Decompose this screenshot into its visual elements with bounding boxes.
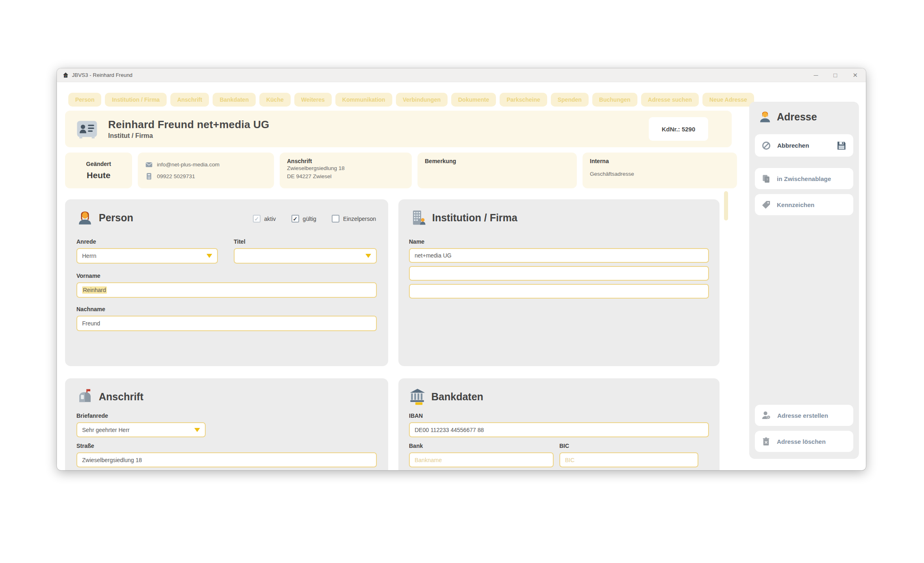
tab-verbindungen[interactable]: Verbindungen [396, 93, 448, 107]
main-scrollbar-thumb[interactable] [724, 191, 728, 220]
phone-value: 09922 5029731 [157, 172, 195, 181]
remark-label: Bemerkung [425, 158, 570, 164]
tab-bankdaten[interactable]: Bankdaten [213, 93, 256, 107]
record-header: Reinhard Freund net+media UG Institut / … [65, 111, 732, 147]
bic-input[interactable]: BIC [559, 452, 698, 467]
iban-label: IBAN [409, 412, 423, 419]
adresse-erstellen-label: Adresse erstellen [777, 412, 828, 419]
vorname-input[interactable]: Reinhard [76, 282, 377, 298]
address-label: Anschrift [287, 158, 404, 164]
changed-label: Geändert [86, 161, 111, 167]
maximize-button[interactable]: □ [833, 72, 837, 78]
titel-dropdown[interactable] [234, 248, 377, 264]
vorname-value: Reinhard [82, 286, 107, 294]
tab-anschrift[interactable]: Anschrift [170, 93, 209, 107]
tab-kueche[interactable]: Küche [259, 93, 291, 107]
tab-adresse-suchen[interactable]: Adresse suchen [641, 93, 699, 107]
person-section-title: Person [99, 212, 133, 224]
minimize-button[interactable]: ─ [814, 72, 818, 78]
checkbox-aktiv[interactable]: ✓ aktiv [253, 215, 276, 223]
dropdown-arrow-icon [365, 254, 371, 258]
nachname-input[interactable]: Freund [76, 316, 377, 331]
adresse-erstellen-button[interactable]: Adresse erstellen [755, 405, 853, 426]
tab-bar: Person Institution / Firma Anschrift Ban… [68, 93, 754, 107]
title-bar: JBVS3 - Reinhard Freund ─ □ ✕ [57, 68, 866, 82]
vorname-label: Vorname [76, 273, 100, 279]
aktiv-checkbox-label: aktiv [264, 216, 276, 222]
adresse-loeschen-button[interactable]: Adresse löschen [755, 431, 853, 452]
email-value: info@net-plus-media.com [157, 161, 220, 169]
interna-value: Geschäftsadresse [590, 170, 730, 178]
fax-icon [145, 172, 153, 180]
bank-input[interactable]: Bankname [409, 452, 554, 467]
tab-parkscheine[interactable]: Parkscheine [500, 93, 547, 107]
id-card-icon [76, 118, 98, 140]
dropdown-arrow-icon [207, 254, 212, 258]
home-icon [63, 72, 69, 78]
tab-kommunikation[interactable]: Kommunikation [335, 93, 392, 107]
nachname-value: Freund [82, 320, 100, 327]
address-line2: DE 94227 Zwiesel [287, 172, 404, 181]
contact-box: info@net-plus-media.com 09922 5029731 [138, 153, 274, 188]
titel-label: Titel [234, 238, 246, 245]
record-subtitle: Institut / Firma [108, 132, 269, 140]
zwischenablage-button[interactable]: ? in Zwischenablage [755, 168, 853, 189]
firma-name-input[interactable]: net+media UG [409, 248, 709, 263]
save-icon[interactable] [836, 140, 847, 151]
bank-icon [409, 388, 426, 405]
anrede-value: Herrn [82, 253, 96, 259]
tab-dokumente[interactable]: Dokumente [451, 93, 496, 107]
checkbox-gueltig[interactable]: ✓ gültig [291, 215, 316, 223]
abbrechen-label: Abbrechen [777, 142, 809, 149]
changed-value: Heute [87, 170, 110, 180]
bic-placeholder: BIC [565, 457, 574, 463]
sidebar-title: Adresse [777, 111, 817, 123]
clipboard-icon: ? [761, 174, 771, 183]
gueltig-checkbox-box: ✓ [291, 215, 299, 223]
envelope-icon [145, 161, 153, 168]
firma-name2-input[interactable] [409, 266, 709, 281]
interna-label: Interna [590, 158, 730, 164]
interna-box: Interna Geschäftsadresse [583, 153, 737, 188]
gueltig-checkbox-label: gültig [303, 216, 316, 222]
tag-icon [761, 200, 771, 209]
mailbox-icon [76, 388, 93, 405]
trash-icon [761, 437, 771, 446]
tab-neue-adresse[interactable]: Neue Adresse [702, 93, 754, 107]
strasse-label: Straße [76, 443, 94, 449]
record-title: Reinhard Freund net+media UG [108, 118, 269, 131]
briefanrede-label: Briefanrede [76, 412, 108, 419]
firma-name-value: net+media UG [415, 252, 452, 259]
tab-spenden[interactable]: Spenden [551, 93, 589, 107]
einzelperson-checkbox-label: Einzelperson [343, 216, 376, 222]
bankdaten-section: Bankdaten IBAN DE00 112233 44556677 88 B… [398, 378, 720, 470]
customer-number-badge: KdNr.: 5290 [649, 117, 708, 141]
tab-person[interactable]: Person [68, 93, 101, 107]
close-button[interactable]: ✕ [852, 72, 858, 78]
briefanrede-dropdown[interactable]: Sehr geehrter Herr [76, 422, 206, 437]
dropdown-arrow-icon [194, 428, 200, 432]
einzelperson-checkbox-box [332, 215, 339, 223]
tab-weiteres[interactable]: Weiteres [294, 93, 332, 107]
firma-name3-input[interactable] [409, 284, 709, 299]
adresse-person-icon [758, 110, 772, 124]
institution-section-title: Institution / Firma [432, 212, 517, 224]
tab-buchungen[interactable]: Buchungen [592, 93, 637, 107]
kennzeichen-button[interactable]: Kennzeichen [755, 194, 853, 215]
checkbox-einzelperson[interactable]: Einzelperson [332, 215, 376, 223]
abbrechen-button[interactable]: Abbrechen [755, 134, 853, 157]
building-icon [410, 209, 427, 226]
person-plus-icon [761, 410, 771, 420]
svg-text:?: ? [766, 178, 768, 181]
iban-value: DE00 112233 44556677 88 [415, 427, 484, 433]
strasse-input[interactable]: Zwieselbergsiedlung 18 [76, 452, 377, 467]
no-entry-icon [761, 141, 771, 151]
anrede-dropdown[interactable]: Herrn [76, 248, 218, 264]
anrede-label: Anrede [76, 238, 96, 245]
iban-input[interactable]: DE00 112233 44556677 88 [409, 422, 709, 437]
bankdaten-section-title: Bankdaten [431, 391, 483, 403]
person-checkboxes: ✓ aktiv ✓ gültig Einzelperson [253, 215, 376, 223]
tab-institution-firma[interactable]: Institution / Firma [105, 93, 166, 107]
bic-label: BIC [559, 443, 569, 449]
person-section: Person ✓ aktiv ✓ gültig Einzelperson Anr… [65, 199, 388, 366]
